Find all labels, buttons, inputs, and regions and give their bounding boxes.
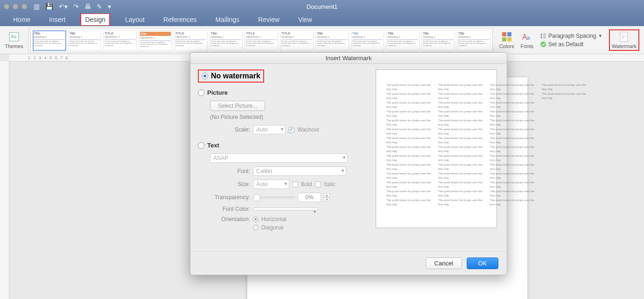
gallery-item[interactable]: TITLEHeading 1On the Insert tab, the gal…	[280, 30, 314, 51]
select-picture-button[interactable]: Select Picture...	[210, 101, 265, 111]
orientation-horizontal-radio[interactable]	[253, 216, 259, 222]
tab-references[interactable]: References	[160, 14, 201, 25]
svg-rect-4	[502, 37, 506, 42]
scale-select[interactable]: Auto	[253, 125, 286, 134]
svg-text:a: a	[527, 35, 530, 41]
dialog-title: Insert Watermark	[190, 53, 507, 64]
themes-icon: Aa	[8, 31, 20, 42]
tab-insert[interactable]: Insert	[45, 14, 69, 25]
washout-label: Washout	[297, 126, 319, 133]
tab-mailings[interactable]: Mailings	[212, 14, 243, 25]
document-title: Document1	[307, 3, 337, 10]
size-select[interactable]: Auto	[253, 180, 289, 189]
picture-radio[interactable]	[198, 90, 204, 96]
paragraph-group: Paragraph Spacing ▼ Set as Default	[540, 33, 602, 48]
tab-view[interactable]: View	[294, 14, 316, 25]
watermark-button[interactable]: A Watermark	[612, 31, 637, 49]
style-gallery[interactable]: TitleHeading 1On the Insert tab, the gal…	[30, 28, 493, 52]
ok-button[interactable]: OK	[467, 257, 498, 269]
gallery-item[interactable]: TitleHeading 1On the Insert tab, the gal…	[210, 30, 243, 51]
gallery-item[interactable]: TitleHeading 1On the Insert tab, the gal…	[421, 30, 455, 51]
bold-checkbox[interactable]	[292, 181, 298, 188]
font-color-label: Font Color:	[210, 206, 250, 212]
dialog-footer: Cancel OK	[190, 251, 507, 275]
no-watermark-radio[interactable]	[202, 73, 208, 79]
gallery-item[interactable]: TITLEHEADING 1On the Insert tab, the gal…	[245, 30, 278, 51]
transparency-slider[interactable]	[253, 196, 295, 198]
transparency-label: Transparency:	[210, 194, 250, 201]
bold-label: Bold	[301, 181, 312, 188]
highlight-design-tab: Design	[80, 14, 110, 26]
save-icon[interactable]: 💾	[45, 3, 53, 10]
gallery-item[interactable]: TitleHeading 1On the Insert tab, the gal…	[68, 30, 102, 51]
window-controls	[4, 4, 27, 9]
highlight-no-watermark: No watermark	[198, 70, 264, 83]
italic-checkbox[interactable]	[315, 181, 321, 188]
gallery-item[interactable]: TITLEHEADING 1On the Insert tab, the gal…	[174, 30, 208, 51]
sidebar-icon[interactable]: ▥	[34, 3, 40, 10]
cancel-button[interactable]: Cancel	[426, 257, 462, 269]
gallery-item[interactable]: TitleHeading 1On the Insert tab, the gal…	[33, 30, 66, 51]
redo-icon[interactable]: ↷	[73, 3, 79, 10]
gallery-item[interactable]: TitleHeading 1On the Insert tab, the gal…	[315, 30, 349, 51]
font-select[interactable]: Calibri	[253, 167, 346, 176]
no-watermark-label: No watermark	[211, 72, 260, 80]
customize-icon[interactable]: ▾	[108, 3, 111, 10]
fonts-button[interactable]: Aa Fonts	[520, 31, 533, 49]
washout-checkbox[interactable]	[288, 127, 294, 133]
orientation-diagonal-radio[interactable]	[253, 225, 259, 230]
tab-home[interactable]: Home	[9, 14, 34, 25]
fonts-label: Fonts	[520, 43, 533, 49]
gallery-item[interactable]: TitleHeading 1On the Insert tab, the gal…	[457, 30, 490, 51]
gallery-item[interactable]: TitleHeading 1On the Insert tab, the gal…	[386, 30, 420, 51]
colors-button[interactable]: Colors	[499, 31, 514, 49]
orientation-label: Orientation:	[210, 216, 250, 223]
tab-design[interactable]: Design	[81, 14, 109, 25]
themes-label: Themes	[5, 43, 23, 49]
edit-icon[interactable]: ✎	[97, 3, 102, 10]
quick-access-toolbar: ▥ 💾 ↶▾ ↷ 🖶 ✎ ▾	[34, 3, 111, 10]
close-icon[interactable]	[4, 4, 9, 9]
text-select[interactable]: ASAP	[210, 153, 348, 163]
watermark-icon: A	[618, 31, 630, 42]
tab-review[interactable]: Review	[254, 14, 283, 25]
dialog-preview-pane: The quick brown fox jumps over the lazy …	[376, 70, 499, 251]
svg-text:Aa: Aa	[11, 34, 17, 39]
zoom-icon[interactable]	[21, 4, 27, 9]
size-label: Size:	[210, 181, 250, 188]
transparency-stepper[interactable]: ▲▼	[324, 193, 330, 202]
gallery-item[interactable]: TitleHEADING 1On the Insert tab, the gal…	[139, 30, 172, 51]
svg-rect-3	[507, 32, 511, 36]
tabstrip: Home Insert Design Layout References Mai…	[0, 13, 644, 26]
orientation-diagonal-label: Diagonal	[261, 224, 283, 231]
gallery-item[interactable]: TitleHeading 1On the Insert tab, the gal…	[351, 30, 385, 51]
print-icon[interactable]: 🖶	[84, 3, 91, 10]
watermark-label: Watermark	[612, 43, 637, 49]
italic-label: Italic	[324, 181, 336, 188]
svg-rect-5	[507, 37, 511, 42]
gallery-item[interactable]: TITLEHEADING 1On the Insert tab, the gal…	[103, 30, 137, 51]
highlight-watermark-button: A Watermark	[609, 29, 639, 51]
font-color-select[interactable]	[253, 208, 318, 210]
paragraph-spacing-button[interactable]: Paragraph Spacing ▼	[540, 33, 602, 39]
ribbon: Aa Themes TitleHeading 1On the Insert ta…	[0, 26, 644, 54]
colors-label: Colors	[499, 43, 514, 49]
watermark-preview: The quick brown fox jumps over the lazy …	[376, 70, 497, 228]
paragraph-spacing-icon	[540, 33, 546, 39]
no-picture-note: (No Picture Selected)	[210, 114, 368, 120]
check-icon	[540, 41, 546, 48]
tab-layout[interactable]: Layout	[121, 14, 148, 25]
text-radio[interactable]	[198, 142, 204, 149]
set-default-button[interactable]: Set as Default	[540, 41, 602, 48]
themes-button[interactable]: Aa Themes	[5, 31, 23, 49]
ribbon-right: Colors Aa Fonts Paragraph Spacing ▼ Set …	[495, 29, 644, 51]
undo-icon[interactable]: ↶▾	[59, 3, 68, 10]
picture-label: Picture	[207, 89, 228, 96]
dialog-options: No watermark Picture Select Picture... (…	[198, 70, 368, 251]
text-label: Text	[207, 142, 219, 149]
transparency-value[interactable]: 0%	[298, 193, 321, 202]
titlebar: ▥ 💾 ↶▾ ↷ 🖶 ✎ ▾ Document1	[0, 0, 644, 13]
colors-icon	[501, 31, 512, 42]
minimize-icon[interactable]	[13, 4, 18, 9]
ruler-vertical	[0, 62, 9, 299]
